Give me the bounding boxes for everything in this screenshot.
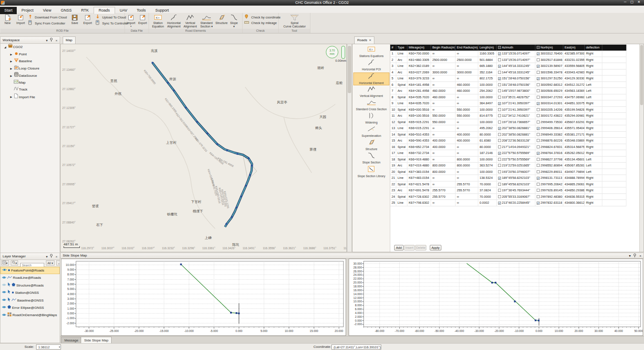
table-row[interactable]: 24SpiralK67+728.6302255.5770∞70.0000205°… [390,194,626,200]
table-row[interactable]: 6SpiralK64+181.4958∞460.0000100.0000151°… [390,82,626,88]
tree-item-project-root[interactable]: ◢CGO2 [0,44,60,51]
expander-icon[interactable]: ▶ [9,72,13,80]
table-row[interactable]: 4ArcK63+027.20693000.00003000.0000352.11… [390,69,626,76]
close-tab-icon[interactable]: ✕ [369,39,371,42]
panel-menu-icon[interactable]: ▾ [46,253,48,260]
toolbar-overflow-button[interactable]: ⌄ [56,260,60,266]
layer-item-roadondemand-bingmaps[interactable]: RoadOnDemand@BingMaps [0,311,60,319]
road-element-button-standard[interactable]: StandardSection ▾ [198,14,215,28]
pin-icon[interactable] [50,37,53,44]
row-checkbox[interactable]: ✓ [498,102,501,105]
row-checkbox[interactable] [537,158,540,161]
layer-item-roadline-roads[interactable]: RoadLine@Roads [0,274,60,281]
row-checkbox[interactable] [537,58,540,61]
row-checkbox[interactable] [498,71,501,74]
layer-item-structure-roads[interactable]: Structure@Roads [0,282,60,289]
row-checkbox[interactable]: ✓ [537,177,540,180]
table-row[interactable]: 20SpiralK67+383.0154800.0000∞100.0000193… [390,169,626,175]
column-header-[interactable]: # [390,45,396,51]
sidebar-item-slope-section-library[interactable]: Slope Section Library [353,166,389,178]
expander-icon[interactable]: ◢ [3,44,7,51]
layer-filter-dropdown[interactable]: All ▾ [46,260,54,266]
eye-dim-icon[interactable] [2,282,6,289]
column-header-deflection[interactable]: deflection [585,45,602,51]
sidebar-item-widening[interactable]: Widening [353,112,389,125]
row-checkbox[interactable] [498,195,501,198]
polygon-glyph[interactable] [12,282,15,289]
sidebar-item-standard-cross-section[interactable]: Standard Cross Section [353,99,389,112]
minimize-button[interactable]: ─ [622,0,629,4]
layer-item-station-gnss[interactable]: Station@GNSS [0,289,60,296]
tree-item-import-file[interactable]: ▶Import File [0,94,60,101]
table-row[interactable]: 17LineK66+732.2734∞∞187.2146✓222°57'50.5… [390,150,626,157]
tab-map[interactable]: Map [63,36,76,44]
table-row[interactable]: 7ArcK64+281.4958460.0000460.0000254.2062… [390,88,626,94]
table-row[interactable]: 1LineK60+700.0000∞∞1160.3305✓133°15'26.0… [390,51,626,57]
polyline-glyph[interactable] [7,275,12,282]
row-checkbox[interactable] [498,89,501,92]
table-row[interactable]: 25LineK67+798.6302∞∞0.0002✓213°46'20.225… [390,200,626,206]
layer-item-baseline-gnss[interactable]: Baseline@GNSS [0,297,60,304]
export-data-button[interactable]: Export [137,14,148,28]
insert-button[interactable]: Insert [404,245,415,250]
row-checkbox[interactable]: ✓ [537,202,540,205]
row-checkbox[interactable]: ✓ [498,77,501,80]
polyline-glyph[interactable] [12,297,16,304]
row-checkbox[interactable] [537,195,540,198]
map-vertical-scrollbar[interactable] [347,44,352,252]
row-checkbox[interactable] [537,164,540,167]
column-header-lengthm[interactable]: Length(m) [478,45,497,51]
row-checkbox[interactable]: ✓ [498,177,501,180]
row-checkbox[interactable] [537,170,540,173]
eye-icon[interactable] [2,297,6,304]
row-checkbox[interactable] [498,164,501,167]
close-button[interactable]: ✕ [635,0,642,4]
column-header-type[interactable]: Type [396,45,407,51]
row-checkbox[interactable]: ✓ [537,77,540,80]
tree-item-track[interactable]: Track [0,86,60,94]
table-row[interactable]: 13LineK66+015.2291∞∞495.2062✓202°38'50.0… [390,125,626,132]
layer-item-featurepoint-roads[interactable]: FeaturePoint@Roads [0,267,60,274]
tree-item-point[interactable]: ▶Point [0,51,60,58]
panel-menu-icon[interactable]: ▾ [46,37,48,44]
pin-icon[interactable] [50,253,53,260]
tree-item-map[interactable]: Map [0,79,60,87]
table-row[interactable]: 21LineK67+483.0154∞∞138.5324✓189°45'58.8… [390,175,626,181]
row-checkbox[interactable]: ✓ [537,127,540,130]
cursor-glyph[interactable] [7,297,11,304]
row-checkbox[interactable] [498,139,501,142]
column-header-beginradiusm[interactable]: Begin Radius(m) [431,45,456,51]
sidebar-item-horizontal-element[interactable]: Horizontal Element [353,72,389,85]
row-checkbox[interactable] [498,121,501,124]
row-checkbox[interactable] [498,133,501,136]
row-checkbox[interactable]: ✓ [498,152,501,155]
export-rod-button[interactable]: Export [81,14,94,28]
road-element-button-station[interactable]: K=StationEquation [150,14,166,28]
dot-glyph[interactable] [8,267,10,274]
table-row[interactable]: 12SpiralK65+915.2291550.0000∞100.0000197… [390,119,626,126]
layer-list-mode-button[interactable]: ▾ [1,260,9,266]
row-checkbox[interactable]: ✓ [498,52,501,55]
spiral-curve-calculator-button[interactable]: Spiral Curve Calculator [280,14,309,28]
road-element-button-structure[interactable]: Structure [215,14,228,28]
tile-glyph[interactable] [7,312,12,319]
table-row[interactable]: 2ArcK61+860.33052500.00002500.0000501.68… [390,57,626,63]
table-row[interactable]: 9LineK64+635.7020∞∞364.8497✓107°21'41.39… [390,100,626,107]
column-header-spacer[interactable] [602,45,626,51]
eye-icon[interactable] [2,275,6,282]
cursor-glyph[interactable] [7,289,11,296]
row-checkbox[interactable] [498,189,501,192]
scale-dropdown[interactable]: 1:36112▾ [36,344,61,350]
dot-glyph[interactable] [12,289,14,296]
row-checkbox[interactable] [537,183,540,186]
table-row[interactable]: 5LineK63+379.3233∞∞802.1725✓151°28'48.07… [390,75,626,82]
map-canvas[interactable]: 3.70 mm 0.00mm 487.51 m 27.14037°27.1346… [60,44,347,252]
sidebar-item-superelevation[interactable]: Superelevation [353,126,389,139]
row-checkbox[interactable]: ✓ [498,65,501,68]
road-element-button-horizontal[interactable]: HorizontalAlignment [166,14,182,28]
panel-menu-icon[interactable]: ▾ [629,253,631,259]
table-row[interactable]: 10SpiralK65+000.5516∞550.0000100.0000107… [390,107,626,113]
row-checkbox[interactable] [537,189,540,192]
column-header-mileagem[interactable]: Mileage(m) [407,45,431,51]
expander-icon[interactable]: ▶ [9,51,13,58]
